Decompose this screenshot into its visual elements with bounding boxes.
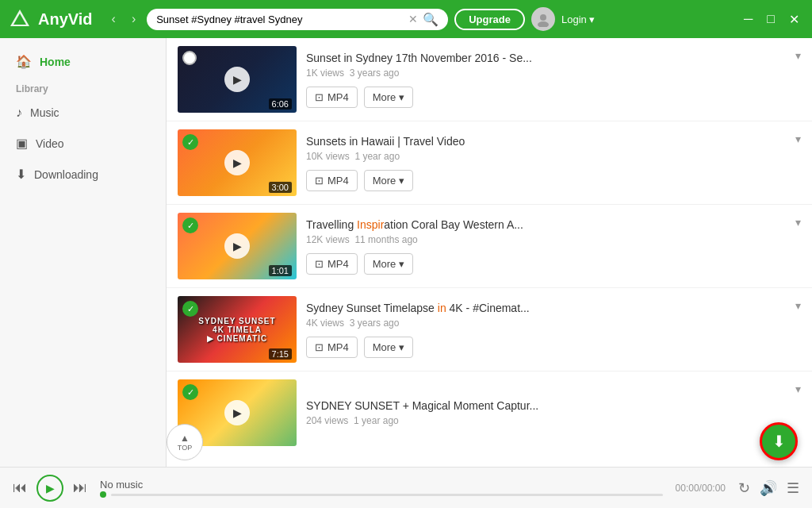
back-button[interactable]: ‹	[107, 9, 121, 29]
expand-button-1[interactable]: ▾	[795, 49, 801, 62]
table-row: ▶ ✓ 3:00 Sunsets in Hawaii | Travel Vide…	[167, 121, 812, 205]
thumbnail-1[interactable]: ▶ 6:06	[178, 46, 297, 113]
volume-button[interactable]: 🔊	[760, 479, 777, 497]
minimize-button[interactable]: ─	[739, 10, 757, 29]
upgrade-button[interactable]: Upgrade	[454, 9, 525, 30]
close-button[interactable]: ✕	[784, 10, 804, 29]
play-icon-5[interactable]: ▶	[224, 400, 250, 425]
library-label: Library	[0, 77, 166, 98]
search-bar: ✕ 🔍	[147, 9, 448, 30]
svg-point-3	[538, 21, 549, 27]
repeat-button[interactable]: ↻	[738, 479, 750, 497]
player-bar: ⏮ ▶ ⏭ No music 00:00/00:00 ↻ 🔊 ☰	[0, 467, 812, 508]
select-check-4[interactable]: ✓	[182, 301, 198, 317]
result-meta-3: 12K views 11 months ago	[306, 234, 801, 245]
music-icon: ♪	[16, 106, 22, 120]
mp4-button-4[interactable]: ⊡ MP4	[306, 337, 358, 358]
sidebar-item-music[interactable]: ♪ Music	[0, 98, 166, 128]
result-meta-1: 1K views 3 years ago	[306, 67, 801, 79]
play-icon-3[interactable]: ▶	[224, 233, 250, 259]
mp4-icon-1: ⊡	[315, 91, 324, 103]
mp4-button-1[interactable]: ⊡ MP4	[306, 87, 358, 108]
select-radio-1[interactable]	[182, 51, 197, 65]
sidebar-item-downloading-label: Downloading	[34, 168, 98, 181]
progress-bar[interactable]	[111, 494, 663, 496]
playback-controls: ⏮ ▶ ⏭	[13, 475, 87, 502]
table-row: ▶ 6:06 Sunset in Sydney 17th November 20…	[167, 38, 812, 121]
login-button[interactable]: Login ▾	[561, 13, 595, 25]
table-row: ▶ ✓ SYDNEY SUNSET + Magical Moment Captu…	[167, 371, 812, 467]
result-info-2: Sunsets in Hawaii | Travel Video 10K vie…	[306, 135, 801, 191]
result-title-4: Sydney Sunset Timelapse in 4K - #Cinemat…	[306, 302, 592, 314]
title-bar: AnyVid ‹ › ✕ 🔍 Upgrade Login ▾ ─ □ ✕	[0, 0, 812, 38]
result-info-5: SYDNEY SUNSET + Magical Moment Captur...…	[306, 399, 801, 426]
select-check-2[interactable]: ✓	[182, 134, 198, 150]
result-meta-4: 4K views 3 years ago	[306, 318, 801, 329]
play-icon-2[interactable]: ▶	[224, 150, 250, 175]
result-title-1: Sunset in Sydney 17th November 2016 - Se…	[306, 52, 592, 64]
maximize-button[interactable]: □	[762, 10, 779, 29]
play-pause-button[interactable]: ▶	[36, 475, 63, 502]
content-area: ▶ 6:06 Sunset in Sydney 17th November 20…	[167, 38, 812, 467]
more-button-3[interactable]: More ▾	[364, 253, 414, 275]
expand-button-2[interactable]: ▾	[795, 133, 801, 145]
thumbnail-2[interactable]: ▶ ✓ 3:00	[178, 129, 297, 196]
svg-point-2	[540, 14, 546, 21]
main-layout: 🏠 Home Library ♪ Music ▣ Video ⬇ Downloa…	[0, 38, 812, 467]
mp4-icon-4: ⊡	[315, 341, 324, 353]
select-check-5[interactable]: ✓	[182, 384, 198, 400]
expand-button-3[interactable]: ▾	[795, 216, 801, 229]
arrow-up-icon: ▲	[180, 433, 190, 444]
forward-button[interactable]: ›	[127, 9, 140, 29]
result-title-5: SYDNEY SUNSET + Magical Moment Captur...	[306, 399, 592, 412]
result-actions-2: ⊡ MP4 More ▾	[306, 170, 801, 191]
avatar	[531, 7, 555, 31]
search-input[interactable]	[156, 13, 404, 25]
duration-3: 1:01	[269, 265, 292, 276]
next-button[interactable]: ⏭	[73, 479, 87, 496]
track-info: No music	[100, 479, 663, 498]
result-info-3: Travelling Inspiration Coral Bay Western…	[306, 218, 801, 275]
bottom-actions: ↻ 🔊 ☰	[738, 479, 799, 497]
window-controls: ─ □ ✕	[739, 10, 804, 29]
sidebar: 🏠 Home Library ♪ Music ▣ Video ⬇ Downloa…	[0, 38, 167, 467]
mp4-button-3[interactable]: ⊡ MP4	[306, 253, 358, 275]
sidebar-item-downloading[interactable]: ⬇ Downloading	[0, 159, 166, 190]
chevron-down-icon-3: ▾	[399, 258, 404, 270]
thumbnail-3[interactable]: ▶ ✓ 1:01	[178, 213, 297, 279]
result-meta-5: 204 views 1 year ago	[306, 415, 801, 426]
play-icon-1[interactable]: ▶	[224, 67, 250, 92]
result-info-1: Sunset in Sydney 17th November 2016 - Se…	[306, 52, 801, 108]
download-sidebar-icon: ⬇	[16, 167, 26, 182]
thumbnail-4[interactable]: SYDNEY SUNSET4K TIMELA▶ CINEMATIC ✓ 7:15	[178, 296, 297, 363]
app-name: AnyVid	[38, 10, 93, 29]
video-icon: ▣	[16, 136, 28, 151]
prev-button[interactable]: ⏮	[13, 479, 27, 496]
search-icon[interactable]: 🔍	[423, 12, 439, 27]
scroll-top-button[interactable]: ▲ TOP	[167, 424, 203, 460]
table-row: SYDNEY SUNSET4K TIMELA▶ CINEMATIC ✓ 7:15…	[167, 288, 812, 371]
more-button-1[interactable]: More ▾	[364, 87, 414, 108]
expand-button-4[interactable]: ▾	[795, 299, 801, 312]
more-button-2[interactable]: More ▾	[364, 170, 414, 191]
more-button-4[interactable]: More ▾	[364, 337, 414, 358]
result-actions-1: ⊡ MP4 More ▾	[306, 87, 801, 108]
sidebar-item-home[interactable]: 🏠 Home	[0, 46, 166, 77]
select-check-3[interactable]: ✓	[182, 217, 198, 233]
download-fab-icon: ⬇	[772, 432, 786, 451]
sidebar-item-music-label: Music	[30, 106, 59, 119]
sidebar-item-video[interactable]: ▣ Video	[0, 128, 166, 159]
logo: AnyVid	[8, 7, 93, 31]
result-info-4: Sydney Sunset Timelapse in 4K - #Cinemat…	[306, 302, 801, 358]
highlight-3: Inspir	[357, 218, 384, 231]
mp4-button-2[interactable]: ⊡ MP4	[306, 170, 358, 191]
download-fab-button[interactable]: ⬇	[760, 422, 798, 460]
chevron-down-icon-4: ▾	[399, 341, 404, 353]
top-label: TOP	[178, 444, 192, 452]
result-actions-3: ⊡ MP4 More ▾	[306, 253, 801, 275]
queue-button[interactable]: ☰	[787, 479, 799, 497]
result-title-2: Sunsets in Hawaii | Travel Video	[306, 135, 592, 148]
expand-button-5[interactable]: ▾	[795, 383, 801, 395]
duration-2: 3:00	[269, 182, 292, 193]
search-clear-icon[interactable]: ✕	[408, 13, 418, 25]
